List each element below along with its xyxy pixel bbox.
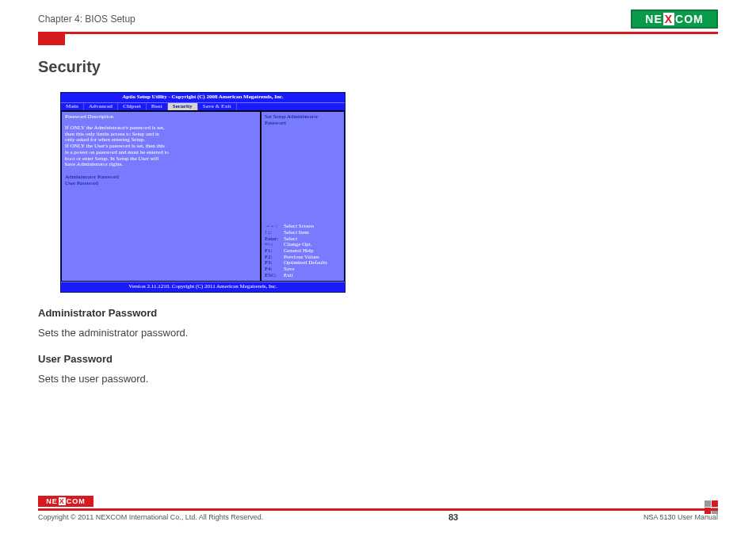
subheading-user-password: User Password	[38, 353, 718, 365]
subheading-admin-password: Administrator Password	[38, 307, 718, 319]
bios-right-hint-top: Set Setup Administrator Password	[265, 114, 341, 126]
bios-tab-boot: Boot	[147, 103, 168, 111]
header-rule	[38, 32, 718, 34]
logo-text-right: COM	[675, 13, 704, 25]
bios-item-user-password: User Password	[65, 181, 257, 187]
page-footer: NEXCOM Copyright © 2011 NEXCOM Internati…	[0, 496, 756, 522]
desc-user-password: Sets the user password.	[38, 373, 718, 385]
section-title: Security	[38, 58, 718, 76]
bios-tab-main: Main	[61, 103, 84, 111]
bios-key-hint: ESC:Exit	[265, 273, 341, 279]
nexcom-logo: NEXCOM	[631, 10, 718, 29]
logo-x: X	[663, 13, 674, 25]
bios-tab-security: Security	[168, 103, 198, 111]
bios-desc-line: have Administrator rights.	[65, 162, 257, 168]
chapter-title: Chapter 4: BIOS Setup	[38, 13, 136, 25]
bios-key-hint-value: Exit	[284, 272, 293, 278]
desc-admin-password: Sets the administrator password.	[38, 327, 718, 339]
bios-key-hint-key: ESC:	[265, 273, 284, 279]
logo-text-left: NE	[645, 13, 662, 25]
content-area: Security Aptio Setup Utility - Copyright…	[0, 34, 756, 385]
bios-tab-save-exit: Save & Exit	[198, 103, 237, 111]
bios-key-hint: F3:Optimized Defaults	[265, 260, 341, 266]
bios-left-panel: Password Description If ONLY the Adminis…	[61, 111, 261, 282]
bios-key-hints: →←:Select Screen↑↓:Select ItemEnter:Sele…	[265, 224, 341, 278]
bios-version-footer: Version 2.11.1210. Copyright (C) 2011 Am…	[61, 282, 345, 292]
bios-body: Password Description If ONLY the Adminis…	[61, 111, 345, 282]
footer-rule	[38, 508, 718, 511]
footer-copyright: Copyright © 2011 NEXCOM International Co…	[38, 513, 263, 521]
bios-screenshot: Aptio Setup Utility - Copyright (C) 2008…	[60, 92, 346, 293]
bios-title-bar: Aptio Setup Utility - Copyright (C) 2008…	[61, 93, 345, 102]
bios-right-panel: Set Setup Administrator Password →←:Sele…	[261, 111, 345, 282]
header-tab-accent	[38, 34, 65, 45]
footer-logo: NEXCOM	[38, 496, 94, 507]
page-header: Chapter 4: BIOS Setup NEXCOM	[0, 0, 756, 32]
footer-logo-right: COM	[67, 497, 86, 505]
bios-tabs: MainAdvancedChipsetBootSecuritySave & Ex…	[61, 102, 345, 112]
bios-right-hint-line: Password	[265, 121, 341, 127]
footer-row: Copyright © 2011 NEXCOM International Co…	[38, 512, 718, 522]
bios-tab-advanced: Advanced	[84, 103, 118, 111]
footer-logo-left: NE	[46, 497, 58, 505]
bios-left-heading: Password Description	[65, 114, 257, 121]
bios-tab-chipset: Chipset	[118, 103, 147, 111]
footer-manual-name: NSA 5130 User Manual	[643, 513, 718, 521]
footer-logo-x: X	[59, 497, 66, 505]
page-number: 83	[449, 512, 458, 522]
